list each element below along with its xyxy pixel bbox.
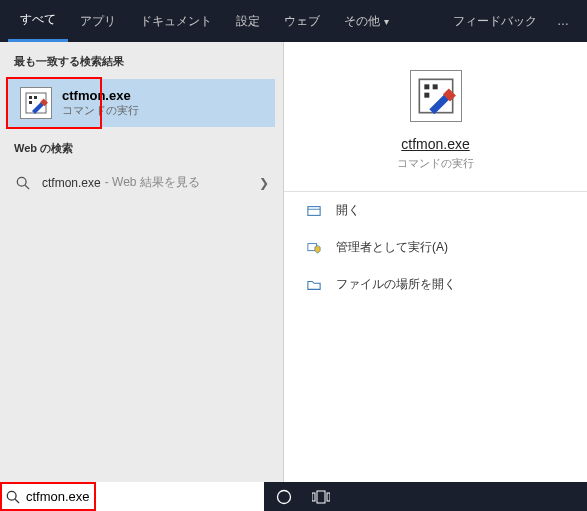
chevron-right-icon: ❯	[259, 176, 269, 190]
tab-settings[interactable]: 設定	[224, 0, 272, 42]
svg-rect-1	[29, 96, 32, 99]
svg-point-15	[7, 491, 16, 500]
tab-web[interactable]: ウェブ	[272, 0, 332, 42]
cortana-icon[interactable]	[276, 489, 292, 505]
taskbar	[264, 482, 587, 511]
best-match-title: ctfmon.exe	[62, 88, 139, 103]
task-view-icon[interactable]	[312, 490, 330, 504]
svg-rect-12	[308, 206, 320, 215]
top-tabs-bar: すべて アプリ ドキュメント 設定 ウェブ その他▾ フィードバック …	[0, 0, 587, 42]
svg-point-17	[278, 490, 291, 503]
tab-apps[interactable]: アプリ	[68, 0, 128, 42]
web-search-suffix: - Web 結果を見る	[105, 174, 200, 191]
tab-more[interactable]: その他▾	[332, 0, 401, 42]
details-right-pane: ctfmon.exe コマンドの実行 開く 管理者として実行(A)	[284, 42, 587, 482]
best-match-header: 最も一致する検索結果	[0, 42, 283, 77]
svg-point-5	[17, 177, 26, 186]
tab-documents[interactable]: ドキュメント	[128, 0, 224, 42]
action-open-label: 開く	[336, 202, 360, 219]
open-icon	[304, 204, 324, 218]
bottom-bar	[0, 482, 587, 511]
svg-line-16	[15, 499, 19, 503]
details-title[interactable]: ctfmon.exe	[401, 136, 469, 152]
web-search-item[interactable]: ctfmon.exe - Web 結果を見る ❯	[0, 164, 283, 201]
svg-rect-20	[327, 493, 330, 501]
action-admin-label: 管理者として実行(A)	[336, 239, 448, 256]
action-open[interactable]: 開く	[284, 192, 587, 229]
best-match-subtitle: コマンドの実行	[62, 103, 139, 118]
web-search-term: ctfmon.exe	[42, 176, 101, 190]
tab-all[interactable]: すべて	[8, 0, 68, 42]
svg-rect-8	[424, 84, 429, 89]
shield-admin-icon	[304, 241, 324, 255]
search-icon	[14, 176, 32, 190]
search-icon	[6, 490, 20, 504]
best-match-item[interactable]: ctfmon.exe コマンドの実行	[8, 79, 275, 127]
svg-rect-3	[29, 101, 32, 104]
svg-rect-19	[317, 491, 325, 503]
svg-rect-10	[424, 93, 429, 98]
action-location-label: ファイルの場所を開く	[336, 276, 456, 293]
svg-rect-9	[432, 84, 437, 89]
details-subtitle: コマンドの実行	[397, 156, 474, 171]
results-left-pane: 最も一致する検索結果 ctfmon.exe コマンドの実行 Web の検索 ct…	[0, 42, 284, 482]
feedback-link[interactable]: フィードバック	[441, 0, 549, 42]
search-input[interactable]	[26, 489, 258, 504]
details-app-icon	[410, 70, 462, 122]
chevron-down-icon: ▾	[384, 16, 389, 27]
action-open-location[interactable]: ファイルの場所を開く	[284, 266, 587, 303]
folder-icon	[304, 278, 324, 292]
exe-icon	[20, 87, 52, 119]
overflow-menu[interactable]: …	[549, 14, 579, 28]
web-results-header: Web の検索	[0, 129, 283, 164]
svg-rect-18	[312, 493, 315, 501]
search-box[interactable]	[0, 482, 264, 511]
action-run-admin[interactable]: 管理者として実行(A)	[284, 229, 587, 266]
svg-rect-2	[34, 96, 37, 99]
svg-line-6	[25, 185, 29, 189]
